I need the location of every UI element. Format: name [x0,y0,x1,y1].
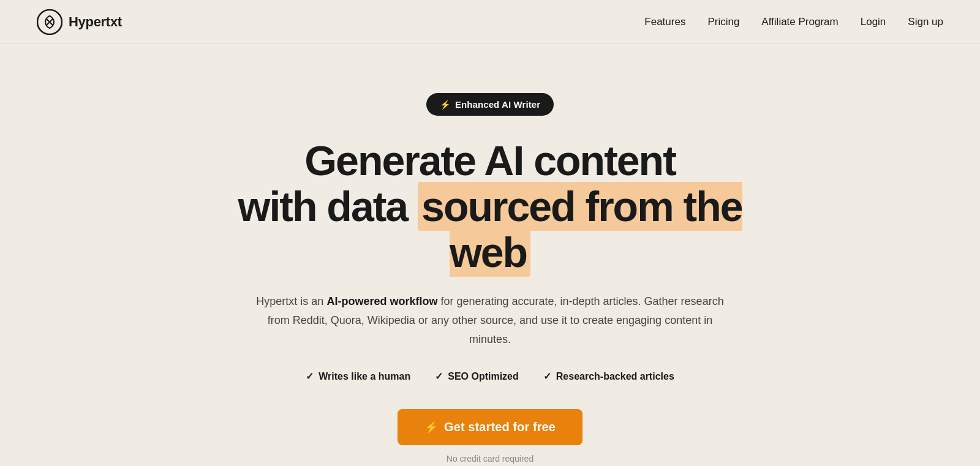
cta-lightning-icon: ⚡ [424,421,438,434]
badge-label: Enhanced AI Writer [455,99,540,110]
feature-seo: ✓ SEO Optimized [435,370,519,382]
nav-pricing[interactable]: Pricing [707,16,739,28]
nav-affiliate[interactable]: Affiliate Program [761,16,838,28]
get-started-button[interactable]: ⚡ Get started for free [398,409,582,445]
logo-icon [37,9,62,35]
no-credit-card-text: No credit card required [447,454,533,464]
feature-seo-label: SEO Optimized [448,371,519,382]
hero-description: Hypertxt is an AI-powered workflow for g… [251,292,729,348]
logo-area[interactable]: Hypertxt [37,9,122,35]
badge-lightning-icon: ⚡ [440,100,450,110]
feature-human: ✓ Writes like a human [306,370,410,382]
feature-research: ✓ Research-backed articles [543,370,674,382]
feature-human-label: Writes like a human [318,371,410,382]
nav-links: Features Pricing Affiliate Program Login… [644,16,943,28]
hero-title-highlight: sourced from the web [418,182,742,277]
hero-title: Generate AI content with data sourced fr… [214,138,766,275]
navbar: Hypertxt Features Pricing Affiliate Prog… [0,0,980,44]
hero-section: ⚡ Enhanced AI Writer Generate AI content… [0,44,980,466]
nav-features[interactable]: Features [644,16,685,28]
cta-label: Get started for free [444,420,556,434]
enhanced-ai-writer-badge: ⚡ Enhanced AI Writer [426,93,554,116]
nav-signup[interactable]: Sign up [908,16,943,28]
check-icon-human: ✓ [306,370,314,382]
features-list: ✓ Writes like a human ✓ SEO Optimized ✓ … [306,370,674,382]
hero-title-line2-prefix: with data [238,183,418,230]
hero-desc-bold: AI-powered workflow [326,295,437,307]
feature-research-label: Research-backed articles [556,371,674,382]
hero-title-line1: Generate AI content [304,137,676,184]
hero-desc-part1: Hypertxt is an [256,295,326,307]
logo-text: Hypertxt [69,14,122,30]
check-icon-research: ✓ [543,370,551,382]
check-icon-seo: ✓ [435,370,443,382]
nav-login[interactable]: Login [861,16,886,28]
